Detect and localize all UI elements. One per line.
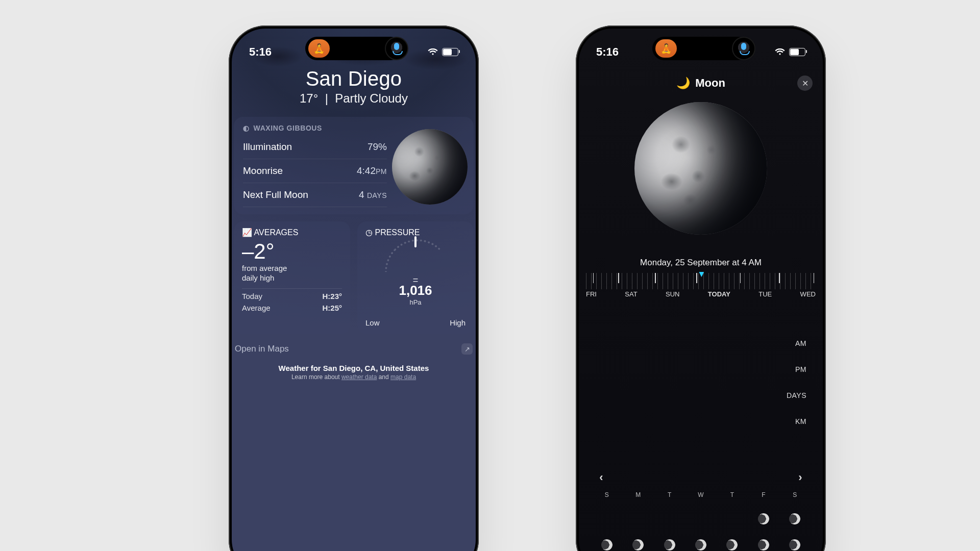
open-external-icon: ↗ bbox=[461, 343, 473, 355]
mic-indicator-icon bbox=[732, 37, 755, 60]
moonrise-value: 4:42PM bbox=[357, 165, 387, 177]
moon-graphic-icon bbox=[392, 129, 468, 205]
moon-phase-icon: ◐ bbox=[243, 124, 250, 132]
moon-icon: 🌙 bbox=[676, 77, 690, 90]
wifi-icon bbox=[428, 48, 438, 56]
weekday-row: SMTWTFS bbox=[591, 489, 811, 503]
next-full-moon-label: Next Full Moon bbox=[243, 189, 308, 201]
iphone-right-moon: 5:16 🧘 🌙 Moon ✕ Waxing Gibbous bbox=[576, 26, 826, 551]
dynamic-island: 🧘 bbox=[305, 37, 402, 60]
moon-large-graphic bbox=[634, 102, 767, 235]
moon-phase-icon bbox=[758, 539, 769, 550]
pressure-gauge bbox=[385, 239, 446, 276]
prev-month-button[interactable]: ‹ bbox=[595, 471, 607, 484]
status-bar: 5:16 🧘 bbox=[232, 29, 476, 65]
moon-phase-icon bbox=[632, 539, 644, 550]
location-title: San Diego bbox=[234, 67, 474, 90]
status-bar: 5:16 🧘 bbox=[579, 29, 823, 65]
moon-phase-icon bbox=[601, 539, 612, 550]
iphone-left-weather: 5:16 🧘 San Diego 17° | Partly Cloudy bbox=[229, 26, 479, 551]
moon-phase-icon bbox=[758, 513, 769, 524]
attribution-subtitle: Learn more about weather data and map da… bbox=[234, 373, 474, 381]
battery-icon bbox=[442, 48, 458, 56]
battery-icon bbox=[789, 48, 805, 56]
moon-card[interactable]: ◐ WAXING GIBBOUS Illumination 79% Moonri… bbox=[234, 117, 474, 214]
weather-data-link[interactable]: weather data bbox=[341, 373, 377, 381]
status-time: 5:16 bbox=[596, 45, 619, 59]
status-time: 5:16 bbox=[249, 45, 272, 59]
next-month-button[interactable]: › bbox=[794, 471, 806, 484]
averages-card[interactable]: 📈 AVERAGES –2° from averagedaily high To… bbox=[234, 221, 350, 334]
moonrise-label: Moonrise bbox=[243, 165, 283, 177]
attribution-title: Weather for San Diego, CA, United States bbox=[234, 364, 474, 372]
map-data-link[interactable]: map data bbox=[390, 373, 416, 381]
current-conditions: 17° | Partly Cloudy bbox=[234, 91, 474, 106]
illumination-label: Illumination bbox=[243, 141, 292, 153]
activity-pill-icon: 🧘 bbox=[308, 39, 330, 58]
averages-delta: –2° bbox=[242, 239, 342, 264]
open-in-maps-button[interactable]: Open in Maps ↗ bbox=[235, 343, 473, 355]
close-button[interactable]: ✕ bbox=[797, 76, 813, 91]
mic-indicator-icon bbox=[385, 37, 408, 60]
moon-card-header: WAXING GIBBOUS bbox=[254, 124, 322, 132]
sheet-title: 🌙 Moon bbox=[676, 77, 725, 90]
averages-icon: 📈 bbox=[242, 228, 252, 237]
moon-phase-icon bbox=[695, 539, 706, 550]
illumination-value: 79% bbox=[368, 141, 387, 153]
pressure-card[interactable]: ◷ PRESSURE = 1,016 hPa Low High bbox=[357, 221, 474, 334]
dynamic-island: 🧘 bbox=[652, 37, 749, 60]
moon-phase-icon bbox=[664, 539, 675, 550]
activity-pill-icon: 🧘 bbox=[655, 39, 677, 58]
day-labels: FRI SAT SUN TODAY TUE WED bbox=[579, 290, 823, 298]
pressure-icon: ◷ bbox=[365, 228, 373, 237]
wifi-icon bbox=[775, 48, 785, 56]
phase-date: Monday, 25 September at 4 AM bbox=[579, 258, 823, 268]
next-full-moon-value: 4 DAYS bbox=[359, 189, 387, 201]
day-ruler[interactable] bbox=[586, 273, 816, 289]
